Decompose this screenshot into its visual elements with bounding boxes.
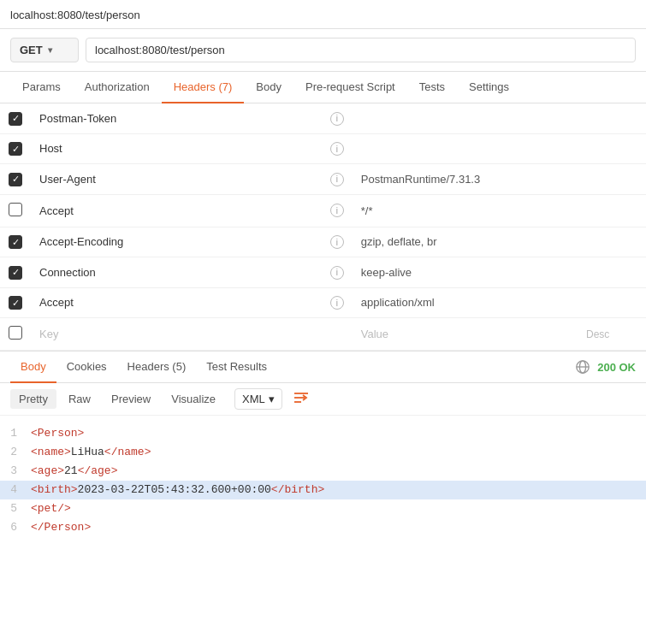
line-number: 3 <box>0 462 31 481</box>
header-checkbox[interactable] <box>9 173 22 186</box>
tab-body-request[interactable]: Body <box>244 72 293 103</box>
header-checkbox[interactable] <box>9 112 22 126</box>
line-number: 2 <box>0 443 31 462</box>
placeholder-desc: Desc <box>578 318 646 351</box>
header-key: Accept <box>31 194 322 227</box>
table-row: Connectionikeep-alive <box>0 257 646 288</box>
table-row: Hosti <box>0 133 646 164</box>
chevron-down-icon: ▾ <box>269 393 275 405</box>
header-key: Postman-Token <box>31 103 322 133</box>
header-value: gzip, deflate, br <box>353 227 578 257</box>
format-tabs: Pretty Raw Preview Visualize XML ▾ <box>0 383 646 416</box>
format-tab-visualize[interactable]: Visualize <box>163 389 224 409</box>
page-title: localhost:8080/test/person <box>10 9 140 21</box>
chevron-down-icon: ▾ <box>48 45 52 55</box>
line-content: <birth>2023-03-22T05:43:32.600+00:00</bi… <box>31 481 646 499</box>
table-row-placeholder: Key Value Desc <box>0 318 646 351</box>
header-value <box>353 133 578 164</box>
code-line: 2 <name>LiHua</name> <box>0 443 646 462</box>
xml-label: XML <box>242 393 265 405</box>
code-line: 5 <pet/> <box>0 499 646 518</box>
status-badge: 200 OK <box>597 361 636 374</box>
header-checkbox[interactable] <box>9 142 22 156</box>
line-number: 1 <box>0 424 31 443</box>
line-content: </Person> <box>31 518 646 537</box>
header-value: */* <box>353 194 578 227</box>
line-content: <Person> <box>31 424 646 443</box>
header-key: Accept <box>31 287 322 318</box>
response-tab-body[interactable]: Body <box>10 352 56 383</box>
headers-table: Postman-TokeniHostiUser-AgentiPostmanRun… <box>0 103 646 351</box>
line-content: <age>21</age> <box>31 462 646 481</box>
info-icon[interactable]: i <box>330 173 344 186</box>
xml-format-select[interactable]: XML ▾ <box>234 388 282 410</box>
info-icon[interactable]: i <box>330 235 344 249</box>
header-key: Connection <box>31 257 322 288</box>
info-icon[interactable]: i <box>330 296 344 310</box>
header-checkbox[interactable] <box>9 235 22 249</box>
response-tabs: Body Cookies Headers (5) Test Results 20… <box>0 351 646 383</box>
url-input[interactable] <box>86 38 636 62</box>
method-dropdown[interactable]: GET ▾ <box>10 38 79 62</box>
title-bar: localhost:8080/test/person <box>0 0 646 29</box>
header-key: Host <box>31 133 322 164</box>
table-row: Postman-Tokeni <box>0 103 646 133</box>
header-checkbox[interactable] <box>9 266 22 280</box>
format-tab-pretty[interactable]: Pretty <box>10 389 56 409</box>
info-icon[interactable]: i <box>330 142 344 156</box>
header-value: keep-alive <box>353 257 578 288</box>
header-checkbox[interactable] <box>9 203 22 216</box>
code-view: 1<Person>2 <name>LiHua</name>3 <age>21</… <box>0 416 646 547</box>
format-tab-preview[interactable]: Preview <box>103 389 159 409</box>
header-value: application/xml <box>353 287 578 318</box>
header-checkbox[interactable] <box>9 296 22 310</box>
info-icon[interactable]: i <box>330 266 344 280</box>
info-icon[interactable]: i <box>330 112 344 126</box>
code-line: 3 <age>21</age> <box>0 462 646 481</box>
globe-icon <box>575 359 590 375</box>
header-key: Accept-Encoding <box>31 227 322 257</box>
tab-headers[interactable]: Headers (7) <box>162 72 245 103</box>
line-number: 6 <box>0 518 31 537</box>
table-row: User-AgentiPostmanRuntime/7.31.3 <box>0 164 646 195</box>
wrap-icon[interactable] <box>293 389 310 410</box>
tab-pre-request-script[interactable]: Pre-request Script <box>293 72 407 103</box>
table-row: Accepti*/* <box>0 194 646 227</box>
tab-tests[interactable]: Tests <box>407 72 457 103</box>
placeholder-value: Value <box>353 318 578 351</box>
tab-settings[interactable]: Settings <box>457 72 521 103</box>
line-number: 4 <box>0 481 31 499</box>
code-line: 6</Person> <box>0 518 646 537</box>
url-bar: GET ▾ <box>0 29 646 72</box>
line-content: <pet/> <box>31 499 646 518</box>
table-row: Accept-Encodingigzip, deflate, br <box>0 227 646 257</box>
tab-authorization[interactable]: Authorization <box>73 72 162 103</box>
info-icon[interactable]: i <box>330 204 344 217</box>
response-status: 200 OK <box>575 359 636 375</box>
code-line: 1<Person> <box>0 424 646 443</box>
response-tab-headers[interactable]: Headers (5) <box>117 352 197 383</box>
response-tab-test-results[interactable]: Test Results <box>196 352 277 383</box>
request-tabs: Params Authorization Headers (7) Body Pr… <box>0 72 646 103</box>
response-tab-cookies[interactable]: Cookies <box>56 352 117 383</box>
placeholder-checkbox[interactable] <box>9 326 22 340</box>
header-value <box>353 103 578 133</box>
placeholder-key: Key <box>31 318 322 351</box>
header-key: User-Agent <box>31 164 322 195</box>
line-number: 5 <box>0 499 31 518</box>
method-label: GET <box>20 44 43 56</box>
line-content: <name>LiHua</name> <box>31 443 646 462</box>
table-row: Acceptiapplication/xml <box>0 287 646 318</box>
code-line: 4 <birth>2023-03-22T05:43:32.600+00:00</… <box>0 481 646 499</box>
format-tab-raw[interactable]: Raw <box>60 389 99 409</box>
header-value: PostmanRuntime/7.31.3 <box>353 164 578 195</box>
tab-params[interactable]: Params <box>10 72 73 103</box>
